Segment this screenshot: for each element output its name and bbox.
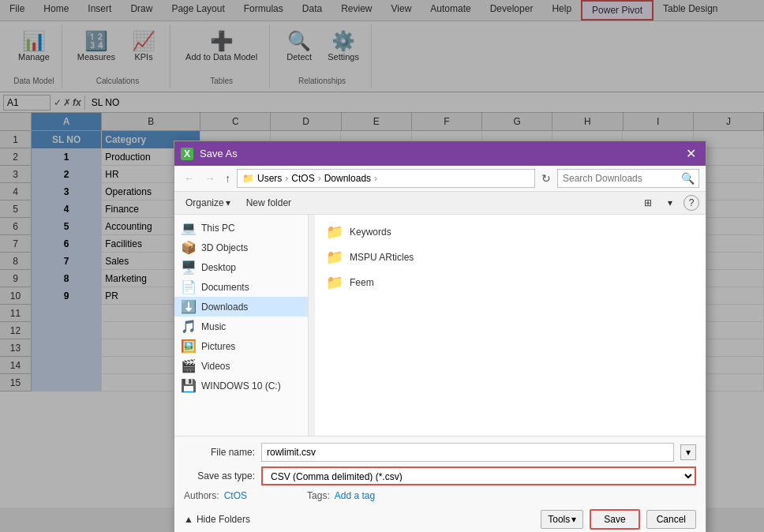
view-grid-icon: ⊞ [644,197,652,208]
authors-section: Authors: CtOS [184,490,247,501]
tree-item-downloads[interactable]: ⬇️Downloads [174,297,308,317]
tree-item-label: Desktop [201,262,236,273]
file-name-label: File name: [184,447,255,458]
tree-item-icon: 🎬 [181,358,197,373]
hide-folders-label: Hide Folders [197,514,250,525]
file-tree-container: 💻This PC📦3D Objects🖥️Desktop📄Documents⬇️… [174,215,315,436]
tree-item-label: Documents [201,282,249,293]
breadcrumb-sep-2: › [318,173,321,184]
breadcrumb-sep-3: › [374,173,377,184]
tree-item-desktop[interactable]: 🖥️Desktop [174,257,308,277]
tags-label: Tags: [307,490,330,501]
file-panel: 📁Keywords📁MSPU ARticles📁Feem [315,215,706,436]
file-item[interactable]: 📁Keywords [321,221,699,243]
tree-item-label: WINDOWS 10 (C:) [201,380,281,392]
file-item[interactable]: 📁MSPU ARticles [321,246,699,268]
tags-section: Tags: Add a tag [307,490,375,501]
refresh-button[interactable]: ↻ [538,170,554,186]
forward-button[interactable]: → [201,170,219,186]
file-tree: 💻This PC📦3D Objects🖥️Desktop📄Documents⬇️… [174,215,309,436]
up-button[interactable]: ↑ [222,170,234,186]
save-button[interactable]: Save [590,509,639,530]
dialog-titlebar: X Save As ✕ [174,141,706,166]
tags-row: Authors: CtOS Tags: Add a tag [184,490,696,501]
tree-item-videos[interactable]: 🎬Videos [174,356,308,376]
tree-item-this-pc[interactable]: 💻This PC [174,218,308,238]
tools-button[interactable]: Tools ▾ [541,510,583,529]
tree-item-label: Music [201,321,226,332]
tree-item-icon: ⬇️ [181,299,197,314]
organize-chevron-icon: ▾ [226,197,230,208]
search-box: 🔍 [557,169,699,188]
view-toggle-button[interactable]: ⊞ [639,196,657,210]
save-type-label: Save as type: [184,470,255,481]
authors-label: Authors: [184,490,219,501]
tree-item-icon: 📦 [181,240,197,255]
tree-item-icon: 📄 [181,279,197,294]
tree-item-pictures[interactable]: 🖼️Pictures [174,336,308,356]
tree-scrollbar[interactable] [309,215,315,436]
tree-item-label: This PC [201,223,235,234]
tree-item-icon: 💾 [181,378,197,393]
dialog-footer: File name: ▾ Save as type: CSV (Comma de… [174,436,706,532]
file-name-dropdown-icon[interactable]: ▾ [680,444,696,460]
file-item[interactable]: 📁Feem [321,272,699,294]
breadcrumb-icon: 📁 [242,173,254,184]
dialog-title: Save As [200,148,676,159]
authors-value[interactable]: CtOS [224,490,247,501]
tools-chevron-icon: ▾ [571,514,576,525]
organize-button[interactable]: Organize ▾ [181,196,235,210]
dialog-actions: ▲ Hide Folders Tools ▾ Save Cancel [184,506,696,530]
file-item-name: Keywords [350,227,391,238]
tree-item-label: 3D Objects [201,242,248,253]
new-folder-button[interactable]: New folder [242,196,296,210]
tree-item-label: Videos [201,361,230,372]
tree-item-label: Downloads [201,302,248,313]
tree-item-icon: 💻 [181,220,197,235]
dialog-nav: ← → ↑ 📁 Users › CtOS › Downloads › ↻ 🔍 [174,166,706,192]
folder-icon: 📁 [326,249,343,266]
dialog-close-button[interactable]: ✕ [683,146,699,161]
organize-label: Organize [185,197,224,208]
hide-folders-chevron-icon: ▲ [184,514,193,525]
cancel-button[interactable]: Cancel [646,510,696,529]
tree-item-icon: 🖼️ [181,339,197,354]
file-name-input[interactable] [261,443,674,462]
folder-icon: 📁 [326,223,343,241]
search-icon: 🔍 [681,172,695,185]
tree-item-icon: 🎵 [181,319,197,334]
tree-item-music[interactable]: 🎵Music [174,317,308,336]
help-icon-button[interactable]: ? [683,195,699,211]
breadcrumb-sep-1: › [285,173,288,184]
breadcrumb-downloads[interactable]: Downloads [324,173,371,184]
tree-item-documents[interactable]: 📄Documents [174,277,308,297]
tools-label: Tools [548,514,570,525]
save-type-select[interactable]: CSV (Comma delimited) (*.csv) [261,466,696,485]
dialog-body: 💻This PC📦3D Objects🖥️Desktop📄Documents⬇️… [174,215,706,436]
hide-folders-button[interactable]: ▲ Hide Folders [184,514,250,525]
dialog-toolbar: Organize ▾ New folder ⊞ ▾ ? [174,192,706,215]
tree-item-icon: 🖥️ [181,260,197,275]
folder-icon: 📁 [326,274,343,291]
tree-item-label: Pictures [201,341,235,352]
file-item-name: Feem [350,277,374,288]
breadcrumb-users[interactable]: Users [257,173,282,184]
view-dropdown-button[interactable]: ▾ [663,196,677,210]
save-as-dialog: X Save As ✕ ← → ↑ 📁 Users › CtOS › Downl… [174,140,706,532]
save-type-row: Save as type: CSV (Comma delimited) (*.c… [184,466,696,485]
breadcrumb-ctos[interactable]: CtOS [291,173,314,184]
add-tag-link[interactable]: Add a tag [335,490,375,501]
tree-item-windows-10[interactable]: 💾WINDOWS 10 (C:) [174,376,308,395]
file-item-name: MSPU ARticles [350,252,414,263]
file-name-row: File name: ▾ [184,443,696,462]
breadcrumb[interactable]: 📁 Users › CtOS › Downloads › [237,169,535,188]
new-folder-label: New folder [246,197,291,208]
dialog-app-icon: X [181,148,193,160]
tree-item-3d-objects[interactable]: 📦3D Objects [174,238,308,257]
back-button[interactable]: ← [181,170,198,186]
search-input[interactable] [563,173,681,184]
